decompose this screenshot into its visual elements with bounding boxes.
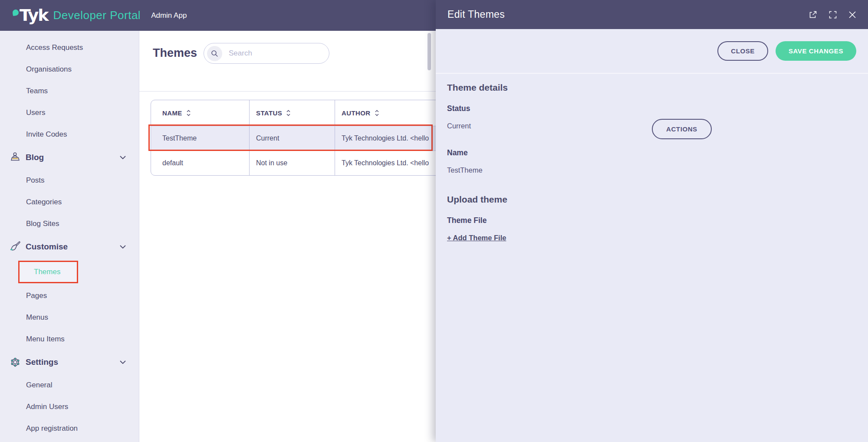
status-label: Status [447, 104, 857, 113]
save-changes-button[interactable]: SAVE CHANGES [776, 41, 856, 61]
close-button[interactable]: CLOSE [717, 41, 768, 61]
page-title: Themes [153, 46, 197, 60]
cell-name: TestTheme [151, 126, 249, 151]
drawer-toolbar: CLOSE SAVE CHANGES [436, 29, 868, 74]
external-link-icon[interactable] [809, 10, 817, 19]
name-label: Name [447, 148, 857, 157]
logo-text: Tyk [20, 8, 48, 22]
tyk-leaf-icon [12, 9, 19, 16]
sidebar-item-invite-codes[interactable]: Invite Codes [0, 124, 139, 145]
sidebar-item-admin-users[interactable]: Admin Users [0, 396, 139, 418]
product-name: Developer Portal [53, 9, 141, 22]
table-row-testtheme[interactable]: TestTheme Current Tyk Technologies Ltd. … [151, 126, 459, 151]
drawer-title: Edit Themes [447, 9, 505, 20]
drawer-window-controls [809, 10, 856, 19]
sidebar-item-teams[interactable]: Teams [0, 80, 139, 102]
search-input[interactable] [228, 49, 319, 58]
chevron-down-icon[interactable] [120, 360, 126, 364]
app-window: Tyk Developer Portal Admin App Access Re… [0, 0, 868, 442]
theme-file-label: Theme File [447, 216, 857, 225]
sidebar-section-settings[interactable]: Settings [0, 350, 139, 374]
sidebar-item-blog-sites[interactable]: Blog Sites [0, 213, 139, 235]
name-value: TestTheme [447, 166, 857, 174]
sidebar-item-organisations[interactable]: Organisations [0, 59, 139, 80]
blog-icon [9, 151, 22, 164]
cell-status: Current [249, 126, 335, 151]
search-icon [207, 46, 222, 61]
sidebar-item-menu-items[interactable]: Menu Items [0, 328, 139, 350]
sort-icon[interactable] [286, 109, 291, 117]
close-icon[interactable] [848, 11, 856, 19]
sort-icon[interactable] [186, 109, 191, 117]
sidebar-item-app-registration[interactable]: App registration [0, 418, 139, 439]
cell-status: Not in use [249, 151, 335, 175]
add-theme-file-link[interactable]: + Add Theme File [447, 234, 506, 242]
tyk-logo[interactable]: Tyk [13, 8, 48, 22]
sort-icon[interactable] [375, 109, 379, 117]
paintbrush-icon [9, 240, 22, 253]
search-box[interactable] [204, 43, 329, 64]
vertical-scrollbar[interactable] [427, 33, 431, 70]
sidebar-section-label: Settings [26, 357, 58, 367]
table-header-row: NAME STATUS AUTHOR [151, 100, 459, 126]
app-name: Admin App [151, 11, 187, 20]
chevron-down-icon[interactable] [120, 156, 126, 159]
gear-icon [9, 356, 22, 369]
sidebar-section-label: Blog [26, 153, 44, 162]
sidebar-item-menus[interactable]: Menus [0, 307, 139, 328]
sidebar-item-access-requests[interactable]: Access Requests [0, 37, 139, 59]
drawer-header: Edit Themes [436, 0, 868, 29]
sidebar: Access Requests Organisations Teams User… [0, 31, 139, 442]
sidebar-item-users[interactable]: Users [0, 102, 139, 124]
edit-drawer: Edit Themes CLOSE SAVE CHANGES Theme det… [436, 0, 868, 442]
column-header-name[interactable]: NAME [151, 100, 249, 126]
sidebar-item-categories[interactable]: Categories [0, 191, 139, 213]
sidebar-item-posts[interactable]: Posts [0, 170, 139, 191]
sidebar-item-themes[interactable]: Themes [0, 259, 139, 285]
drawer-content: Theme details Status Current ACTIONS Nam… [436, 74, 868, 251]
actions-button[interactable]: ACTIONS [652, 119, 712, 139]
sidebar-section-label: Customise [26, 242, 68, 252]
column-header-status[interactable]: STATUS [249, 100, 335, 126]
sidebar-item-general[interactable]: General [0, 374, 139, 396]
sidebar-section-customise[interactable]: Customise [0, 235, 139, 259]
expand-icon[interactable] [829, 11, 837, 19]
chevron-down-icon[interactable] [120, 245, 126, 249]
cell-name: default [151, 151, 249, 175]
table-row-default[interactable]: default Not in use Tyk Technologies Ltd.… [151, 151, 459, 175]
themes-table: NAME STATUS AUTHOR [151, 100, 460, 176]
sidebar-section-blog[interactable]: Blog [0, 145, 139, 170]
upload-theme-heading: Upload theme [447, 194, 857, 205]
sidebar-item-pages[interactable]: Pages [0, 285, 139, 307]
theme-details-heading: Theme details [447, 82, 857, 93]
active-highlight-box[interactable]: Themes [18, 261, 78, 283]
